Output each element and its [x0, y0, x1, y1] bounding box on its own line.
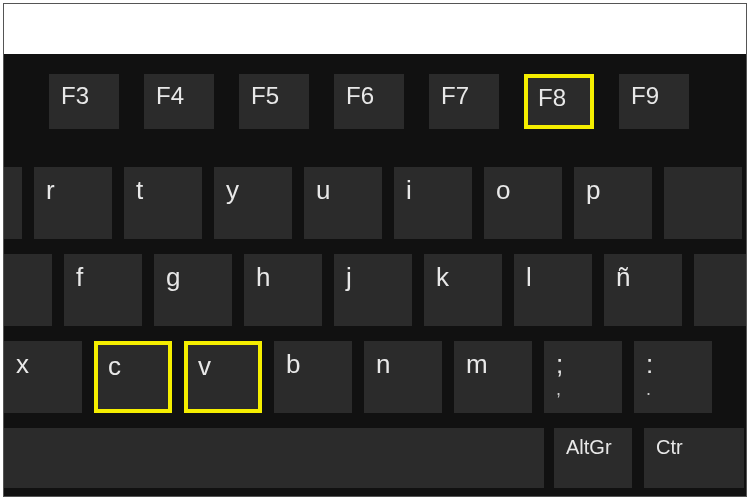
key-label: i — [406, 175, 412, 205]
key-label: F7 — [441, 82, 469, 109]
key-label: l — [526, 262, 532, 292]
key-label: Ctr — [656, 436, 683, 458]
key-label: F8 — [538, 84, 566, 111]
key-p[interactable]: p — [574, 167, 652, 239]
key-label: AltGr — [566, 436, 612, 458]
key-semicolon[interactable]: ;, — [544, 341, 622, 413]
key-label: F9 — [631, 82, 659, 109]
key-f7[interactable]: F7 — [429, 74, 499, 129]
key-m[interactable]: m — [454, 341, 532, 413]
keyboard-row: ertyuiop — [4, 167, 747, 239]
key-f[interactable]: f — [64, 254, 142, 326]
key-k[interactable]: k — [424, 254, 502, 326]
keyboard-row: F3F4F5F6F7F8F9 — [4, 74, 747, 129]
key-x[interactable]: x — [4, 341, 82, 413]
key-label: r — [46, 175, 55, 205]
key-b[interactable]: b — [274, 341, 352, 413]
key-e[interactable]: e — [3, 167, 22, 239]
keyboard-row: xcvbnm;,:. — [4, 341, 747, 413]
key-f5[interactable]: F5 — [239, 74, 309, 129]
key-altgr[interactable]: AltGr — [554, 428, 632, 488]
key-j[interactable]: j — [334, 254, 412, 326]
key-t[interactable]: t — [124, 167, 202, 239]
key-label: p — [586, 175, 600, 205]
key-f8[interactable]: F8 — [524, 74, 594, 129]
key-d[interactable]: d — [3, 254, 52, 326]
key-label: u — [316, 175, 330, 205]
key-label: k — [436, 262, 449, 292]
key-n[interactable]: n — [364, 341, 442, 413]
key-label: F3 — [61, 82, 89, 109]
key-g[interactable]: g — [154, 254, 232, 326]
key-label: ñ — [616, 262, 630, 292]
key-label: : — [646, 349, 653, 379]
key-label: o — [496, 175, 510, 205]
key-ntilde[interactable]: ñ — [604, 254, 682, 326]
key-o[interactable]: o — [484, 167, 562, 239]
key-label: F5 — [251, 82, 279, 109]
key-label: x — [16, 349, 29, 379]
key-f9[interactable]: F9 — [619, 74, 689, 129]
key-r[interactable]: r — [34, 167, 112, 239]
key-accent[interactable] — [694, 254, 747, 326]
keyboard-row: dfghjklñ — [4, 254, 747, 326]
key-label: F4 — [156, 82, 184, 109]
key-label: v — [198, 351, 211, 381]
key-label: c — [108, 351, 121, 381]
key-label: b — [286, 349, 300, 379]
key-ctrl[interactable]: Ctr — [644, 428, 744, 488]
key-sublabel: , — [556, 382, 610, 396]
key-y[interactable]: y — [214, 167, 292, 239]
key-label: t — [136, 175, 143, 205]
key-i[interactable]: i — [394, 167, 472, 239]
key-label: y — [226, 175, 239, 205]
key-label: ; — [556, 349, 563, 379]
key-h[interactable]: h — [244, 254, 322, 326]
key-f4[interactable]: F4 — [144, 74, 214, 129]
key-l[interactable]: l — [514, 254, 592, 326]
key-label: f — [76, 262, 83, 292]
key-c[interactable]: c — [94, 341, 172, 413]
key-space-partial[interactable] — [4, 428, 544, 488]
key-label: m — [466, 349, 488, 379]
keyboard-row: AltGrCtr — [4, 428, 747, 488]
key-f6[interactable]: F6 — [334, 74, 404, 129]
key-u[interactable]: u — [304, 167, 382, 239]
on-screen-keyboard: F3F4F5F6F7F8F9ertyuiopdfghjklñxcvbnm;,:.… — [4, 54, 747, 497]
key-label: h — [256, 262, 270, 292]
key-v[interactable]: v — [184, 341, 262, 413]
key-label: g — [166, 262, 180, 292]
key-bracket[interactable] — [664, 167, 742, 239]
key-label: j — [346, 262, 352, 292]
key-label: F6 — [346, 82, 374, 109]
key-f3[interactable]: F3 — [49, 74, 119, 129]
key-label: n — [376, 349, 390, 379]
screenshot-frame: F3F4F5F6F7F8F9ertyuiopdfghjklñxcvbnm;,:.… — [3, 3, 747, 497]
key-sublabel: . — [646, 382, 700, 396]
key-colon[interactable]: :. — [634, 341, 712, 413]
